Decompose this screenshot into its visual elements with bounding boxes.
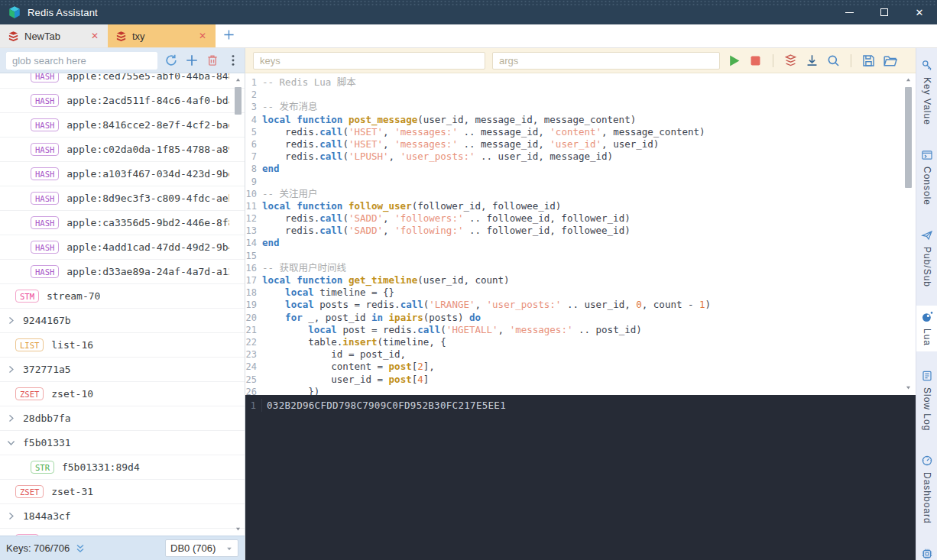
add-key-icon[interactable] bbox=[185, 53, 199, 67]
key-row[interactable]: HASHapple:2acd511f-84c6-4af0-bdad… bbox=[0, 89, 245, 113]
key-row[interactable]: STM bbox=[0, 529, 245, 536]
code-text: local function follow_user(follower_id, … bbox=[262, 200, 561, 212]
console-line-number: 1 bbox=[245, 399, 262, 412]
key-folder-row[interactable]: f5b01331 bbox=[0, 431, 245, 455]
scroll-up-icon[interactable] bbox=[903, 75, 913, 85]
key-row[interactable]: STMstream-70 bbox=[0, 284, 245, 309]
redis-command-icon[interactable] bbox=[783, 53, 798, 68]
key-folder-row[interactable]: 28dbb7fa bbox=[0, 406, 245, 431]
code-text: content = post[2], bbox=[262, 361, 435, 373]
line-number: 15 bbox=[245, 250, 262, 262]
maximize-button[interactable] bbox=[867, 0, 902, 24]
stop-script-button[interactable] bbox=[748, 53, 763, 68]
right-tab-key-value[interactable]: Key Value bbox=[916, 54, 937, 131]
code-line: 15 bbox=[245, 250, 916, 262]
code-line: 13 redis.call('SADD', 'following:' .. fo… bbox=[245, 225, 916, 237]
double-chevron-down-icon[interactable] bbox=[74, 542, 86, 555]
lua-editor[interactable]: 1-- Redis Lua 脚本23-- 发布消息4local function… bbox=[245, 73, 916, 395]
key-folder-row[interactable]: 372771a5 bbox=[0, 358, 245, 382]
line-number: 4 bbox=[245, 114, 262, 126]
right-tab-dashboard[interactable]: Dashboard bbox=[916, 449, 937, 529]
editor-scrollbar[interactable] bbox=[903, 75, 913, 393]
keys-input[interactable] bbox=[253, 52, 485, 70]
code-line: 23 id = post_id, bbox=[245, 348, 916, 361]
code-text: }) bbox=[262, 386, 319, 395]
close-icon: ✕ bbox=[916, 7, 924, 18]
key-type-badge: HASH bbox=[31, 73, 59, 83]
line-number: 21 bbox=[245, 324, 262, 336]
save-script-icon[interactable] bbox=[861, 53, 876, 68]
code-line: 17local function get_timeline(user_id, c… bbox=[245, 274, 916, 286]
args-input[interactable] bbox=[492, 52, 720, 70]
code-line: 16-- 获取用户时间线 bbox=[245, 262, 916, 274]
right-tab-lua[interactable]: Lua bbox=[916, 306, 937, 351]
chevron-right-icon[interactable] bbox=[6, 413, 16, 423]
code-text: user_id = post[4] bbox=[262, 374, 429, 386]
key-row[interactable]: HASHapple:c02da0da-1f85-4788-a89a… bbox=[0, 138, 245, 162]
key-row[interactable]: HASHapple:8d9ec3f3-c809-4fdc-aebb… bbox=[0, 186, 245, 211]
key-type-badge: HASH bbox=[31, 265, 59, 279]
tab-txy[interactable]: txy ✕ bbox=[108, 24, 216, 47]
right-tab-slow-log[interactable]: Slow Log bbox=[916, 364, 937, 436]
key-row[interactable]: HASHapple:ca3356d5-9bd2-446e-8f84… bbox=[0, 211, 245, 235]
key-row[interactable]: LISTlist-16 bbox=[0, 333, 245, 358]
load-script-icon[interactable] bbox=[805, 53, 819, 68]
line-number: 26 bbox=[245, 386, 262, 395]
key-row[interactable]: ZSETzset-10 bbox=[0, 382, 245, 406]
right-tab-label: Pub/Sub bbox=[922, 247, 932, 287]
lua-panel: 1-- Redis Lua 脚本23-- 发布消息4local function… bbox=[245, 48, 916, 560]
tab-close-icon[interactable]: ✕ bbox=[197, 31, 208, 41]
right-tab-memory[interactable]: Memory bbox=[916, 542, 937, 560]
code-line: 11local function follow_user(follower_id… bbox=[245, 200, 916, 212]
glob-search-input[interactable] bbox=[6, 52, 157, 70]
line-number: 13 bbox=[245, 225, 262, 237]
key-folder-row[interactable]: 1844a3cf bbox=[0, 504, 245, 529]
scroll-down-icon[interactable] bbox=[233, 524, 243, 534]
run-script-button[interactable] bbox=[727, 53, 741, 68]
more-menu-icon[interactable] bbox=[226, 53, 240, 67]
key-row[interactable]: STRf5b01331:89d4 bbox=[0, 455, 245, 480]
key-row[interactable]: HASHapple:ced755e5-abf0-44ba-8489… bbox=[0, 73, 245, 89]
scroll-down-icon[interactable] bbox=[903, 383, 913, 393]
new-tab-button[interactable] bbox=[216, 24, 242, 47]
refresh-icon[interactable] bbox=[164, 53, 178, 67]
key-folder-row[interactable]: 9244167b bbox=[0, 309, 245, 333]
chevron-right-icon[interactable] bbox=[6, 364, 16, 374]
key-type-badge: HASH bbox=[31, 118, 59, 132]
key-row[interactable]: HASHapple:a103f467-034d-423d-9be6… bbox=[0, 162, 245, 186]
scrollbar-thumb[interactable] bbox=[235, 87, 242, 115]
key-row[interactable]: HASHapple:4add1cad-47dd-49d2-9b43… bbox=[0, 235, 245, 260]
chevron-right-icon[interactable] bbox=[6, 316, 16, 325]
right-tab-pub-sub[interactable]: Pub/Sub bbox=[916, 224, 937, 293]
key-row[interactable]: ZSETzset-31 bbox=[0, 480, 245, 504]
chevron-right-icon[interactable] bbox=[6, 511, 16, 521]
delete-key-icon[interactable] bbox=[206, 53, 219, 67]
redis-logo-icon bbox=[115, 31, 127, 42]
code-text: end bbox=[262, 237, 280, 249]
scroll-up-icon[interactable] bbox=[233, 75, 243, 85]
minimize-button[interactable] bbox=[832, 0, 867, 24]
key-type-badge: ZSET bbox=[15, 387, 44, 401]
close-button[interactable]: ✕ bbox=[902, 0, 937, 24]
db-select[interactable]: DB0 (706) bbox=[165, 539, 238, 557]
scrollbar-thumb[interactable] bbox=[905, 87, 912, 188]
key-name: 372771a5 bbox=[23, 364, 71, 375]
key-list-scrollbar[interactable] bbox=[233, 75, 243, 534]
search-icon[interactable] bbox=[826, 53, 841, 68]
open-folder-icon[interactable] bbox=[883, 53, 897, 68]
key-name: apple:ced755e5-abf0-44ba-8489… bbox=[66, 73, 229, 82]
key-row[interactable]: HASHapple:8416cce2-8e7f-4cf2-badc… bbox=[0, 113, 245, 138]
right-tab-console[interactable]: Console bbox=[916, 144, 937, 211]
tab-close-icon[interactable]: ✕ bbox=[89, 31, 100, 41]
key-name: apple:c02da0da-1f85-4788-a89a… bbox=[66, 144, 229, 155]
key-row[interactable]: HASHapple:d33ae89a-24af-4a7d-a12a… bbox=[0, 260, 245, 284]
chevron-down-icon[interactable] bbox=[6, 438, 16, 448]
window-controls: ✕ bbox=[832, 0, 937, 24]
code-text: table.insert(timeline, { bbox=[262, 336, 446, 348]
key-name: f5b01331:89d4 bbox=[62, 461, 140, 473]
key-icon bbox=[921, 60, 933, 72]
code-line: 2 bbox=[245, 89, 916, 101]
output-console[interactable]: 1 032B2D96CFDD798C7909C0FD952B30FC217E5E… bbox=[245, 395, 916, 560]
right-tab-label: Console bbox=[922, 167, 932, 206]
tab-newtab[interactable]: NewTab ✕ bbox=[0, 24, 108, 47]
